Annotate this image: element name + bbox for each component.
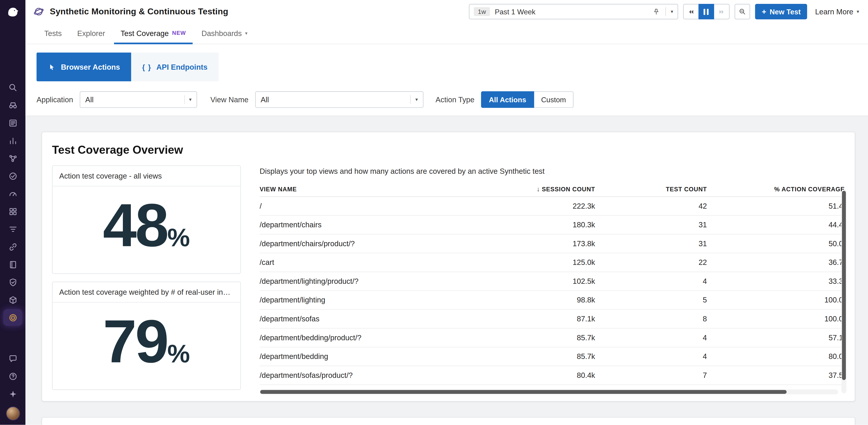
scrollbar-thumb[interactable] [842, 191, 846, 380]
view-name-cell: /department/chairs [259, 221, 503, 229]
sidebar-item-notebooks[interactable] [0, 256, 26, 273]
sidebar-item-security[interactable] [0, 273, 26, 291]
pause-button[interactable] [699, 4, 714, 19]
action-type-all-actions[interactable]: All Actions [481, 91, 534, 108]
subtab-api-endpoints[interactable]: { } API Endpoints [131, 53, 219, 81]
notebook-icon [8, 260, 17, 269]
datadog-logo[interactable] [4, 3, 22, 21]
cube-icon [8, 295, 17, 304]
coverage-subtabs: Browser Actions { } API Endpoints [36, 53, 868, 81]
service-graph-icon [8, 154, 17, 163]
sidebar-item-packages[interactable] [0, 291, 26, 308]
new-test-button[interactable]: + New Test [755, 4, 807, 19]
new-badge: NEW [172, 30, 186, 36]
session-count-cell: 180.3k [503, 221, 595, 229]
sidebar-item-monitors[interactable] [0, 167, 26, 185]
sidebar-item-dashboards[interactable] [0, 185, 26, 202]
table-row[interactable]: /cart 125.0k 22 36.7 [259, 253, 845, 272]
test-count-cell: 31 [595, 221, 707, 229]
column-view-name[interactable]: VIEW NAME [259, 186, 503, 192]
time-range-picker[interactable]: 1w Past 1 Week ▾ [469, 4, 678, 19]
zoom-out-button[interactable] [735, 4, 750, 19]
scrollbar-thumb[interactable] [260, 390, 786, 394]
content-canvas: Test Coverage Overview Action test cover… [26, 116, 868, 425]
sidebar-item-integrations[interactable] [0, 202, 26, 220]
playback-controls [683, 4, 730, 19]
view-name-select-value: All [260, 95, 406, 104]
tab-tests[interactable]: Tests [36, 23, 69, 44]
tab-dashboards[interactable]: Dashboards ▾ [194, 23, 255, 44]
tab-test-coverage[interactable]: Test Coverage NEW [113, 23, 194, 44]
subtab-browser-actions[interactable]: Browser Actions [36, 53, 131, 81]
pin-icon[interactable] [652, 7, 660, 16]
action-type-custom[interactable]: Custom [534, 91, 574, 108]
table-row[interactable]: /department/lighting 98.8k 5 100.0 [259, 291, 845, 310]
test-count-cell: 4 [595, 352, 707, 361]
caret-down-icon: ▾ [671, 9, 673, 14]
application-select[interactable]: All ▾ [80, 91, 197, 108]
sort-desc-icon: ↓ [536, 186, 540, 193]
synthetics-globe-icon [33, 6, 44, 17]
coverage-toolbar: Browser Actions { } API Endpoints Applic… [26, 44, 868, 116]
action-coverage-cell: 44.4 [707, 221, 845, 229]
check-circle-icon [8, 171, 17, 181]
divider [665, 7, 665, 16]
gauge-icon [8, 189, 17, 198]
rewind-icon [687, 8, 694, 15]
column-session-count[interactable]: ↓SESSION COUNT [503, 186, 595, 193]
table-row[interactable]: /department/sofas/product/? 80.4k 7 37.5 [259, 366, 845, 385]
user-avatar[interactable] [6, 406, 20, 420]
table-row[interactable]: / 222.3k 42 51.4 [259, 197, 845, 216]
test-count-cell: 4 [595, 333, 707, 341]
session-count-cell: 85.7k [503, 333, 595, 341]
sidebar-item-filters[interactable] [0, 220, 26, 238]
log-list-icon [8, 118, 17, 127]
column-action-coverage[interactable]: % ACTION COVERAGE [707, 186, 845, 192]
overview-title: Test Coverage Overview [52, 143, 845, 157]
test-coverage-overview-card: Test Coverage Overview Action test cover… [41, 132, 855, 401]
sidebar-item-chat[interactable] [0, 350, 26, 367]
test-count-cell: 7 [595, 371, 707, 380]
column-test-count[interactable]: TEST COUNT [595, 186, 707, 192]
stat-card-label: Action test coverage - all views [53, 166, 240, 187]
sidebar-item-service-map[interactable] [0, 238, 26, 256]
table-row[interactable]: /department/chairs 180.3k 31 44.4 [259, 216, 845, 235]
plus-icon: + [762, 8, 766, 15]
view-name-cell: /department/lighting/product/? [259, 277, 503, 285]
sidebar-item-feedback[interactable] [0, 385, 26, 403]
sidebar-item-synthetics[interactable] [3, 309, 22, 326]
sidebar-item-help[interactable] [0, 367, 26, 385]
fast-forward-icon [718, 8, 725, 15]
vertical-scrollbar[interactable] [841, 190, 846, 393]
fast-forward-button[interactable] [714, 4, 730, 19]
action-coverage-cell: 51.4 [707, 202, 845, 210]
table-row[interactable]: /department/sofas 87.1k 8 100.0 [259, 310, 845, 329]
application-select-value: All [85, 95, 180, 104]
action-coverage-cell: 50.0 [707, 239, 845, 248]
sidebar-nav [0, 78, 26, 326]
table-row[interactable]: /department/bedding 85.7k 4 80.0 [259, 347, 845, 366]
sidebar-item-logs[interactable] [0, 114, 26, 132]
sidebar-item-apm[interactable] [0, 150, 26, 167]
nav-tabs: Tests Explorer Test Coverage NEW Dashboa… [26, 23, 868, 44]
main-area: Synthetic Monitoring & Continuous Testin… [26, 0, 868, 425]
table-row[interactable]: /department/bedding/product/? 85.7k 4 57… [259, 329, 845, 348]
caret-down-icon: ▾ [857, 9, 859, 14]
rewind-button[interactable] [683, 4, 699, 19]
sidebar-item-watchdog[interactable] [0, 96, 26, 114]
horizontal-scrollbar[interactable] [259, 389, 838, 394]
tab-explorer[interactable]: Explorer [69, 23, 113, 44]
view-name-select[interactable]: All ▾ [255, 91, 423, 108]
sidebar-item-search[interactable] [0, 78, 26, 96]
learn-more-dropdown[interactable]: Learn More ▾ [815, 7, 859, 16]
caret-down-icon: ▾ [189, 97, 191, 102]
table-row[interactable]: /department/lighting/product/? 102.5k 4 … [259, 272, 845, 291]
sidebar-item-metrics[interactable] [0, 132, 26, 150]
view-name-cell: /department/lighting [259, 296, 503, 304]
sparkle-icon [8, 389, 17, 398]
table-row[interactable]: /department/chairs/product/? 173.8k 31 5… [259, 235, 845, 254]
pause-icon [704, 9, 705, 15]
test-count-cell: 4 [595, 277, 707, 285]
action-type-toggle: All Actions Custom [481, 91, 574, 108]
new-test-label: New Test [770, 7, 801, 16]
